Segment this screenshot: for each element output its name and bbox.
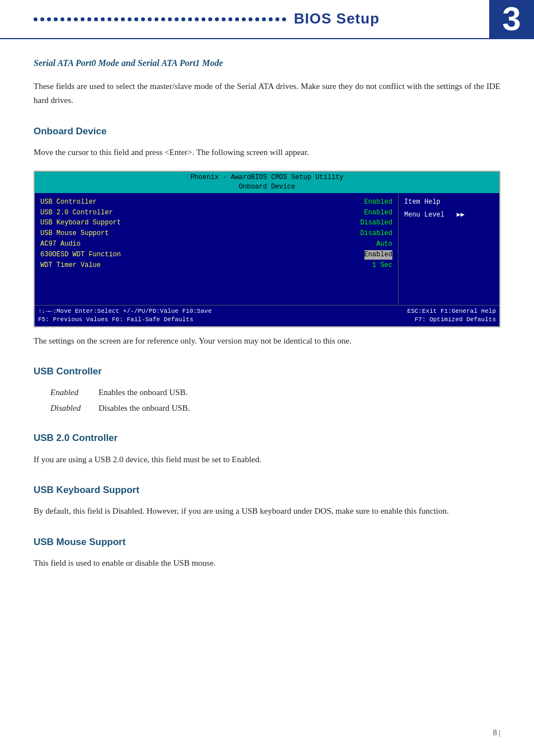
bios-row-label: WDT Timer Value xyxy=(40,261,101,270)
bios-row-label: USB 2.0 Controller xyxy=(40,208,113,218)
usb-keyboard-body: By default, this field is Disabled. Howe… xyxy=(34,504,500,519)
usb-keyboard-heading: USB Keyboard Support xyxy=(34,482,500,497)
bios-row-label: USB Keyboard Support xyxy=(40,218,121,228)
bios-row-label: AC97 Audio xyxy=(40,240,81,249)
chapter-number: 3 xyxy=(489,0,534,38)
definition-row: DisabledDisables the onboard USB. xyxy=(50,401,500,415)
page-header: BIOS Setup 3 xyxy=(0,0,534,39)
bios-row-value: Disabled xyxy=(360,218,392,228)
bios-setup-title: BIOS Setup xyxy=(294,7,380,31)
bios-left-panel: USB ControllerEnabledUSB 2.0 ControllerE… xyxy=(35,193,399,305)
def-term: Disabled xyxy=(50,401,90,415)
usb-mouse-heading: USB Mouse Support xyxy=(34,534,500,550)
bios-title-bar: Phoenix - AwardBIOS CMOS Setup Utility O… xyxy=(35,172,499,193)
bios-row: USB Mouse SupportDisabled xyxy=(40,229,392,238)
bios-row-value: Enabled xyxy=(364,208,392,218)
serial-ata-body: These fields are used to select the mast… xyxy=(34,79,500,108)
bios-row: AC97 AudioAuto xyxy=(40,240,392,249)
bios-footer-line1-right: ESC:Exit F1:General Help xyxy=(407,307,496,316)
bios-item-help-label: Item Help xyxy=(404,198,494,207)
bios-footer-left-block: ↑↓→←:Move Enter:Select +/-/PU/PD:Value F… xyxy=(38,307,212,325)
bios-menu-level: Menu Level ▶▶ xyxy=(404,210,494,220)
bios-note: The settings on the screen are for refer… xyxy=(34,334,500,349)
bios-footer: ↑↓→←:Move Enter:Select +/-/PU/PD:Value F… xyxy=(35,305,499,326)
bios-row-value: Enabled xyxy=(364,250,392,260)
bios-title-line1: Phoenix - AwardBIOS CMOS Setup Utility xyxy=(37,173,497,182)
def-desc: Enables the onboard USB. xyxy=(99,386,188,399)
usb-controller-heading: USB Controller xyxy=(34,364,500,379)
bios-title-line2: Onboard Device xyxy=(37,182,497,192)
def-term: Enabled xyxy=(50,386,90,399)
header-dots-title-area: BIOS Setup xyxy=(0,0,489,38)
main-content: Serial ATA Port0 Mode and Serial ATA Por… xyxy=(0,39,534,604)
header-dots-row xyxy=(34,17,286,21)
onboard-device-heading: Onboard Device xyxy=(34,124,500,139)
definition-row: EnabledEnables the onboard USB. xyxy=(50,386,500,399)
def-desc: Disables the onboard USB. xyxy=(99,401,190,415)
bios-footer-line1-left: ↑↓→←:Move Enter:Select +/-/PU/PD:Value F… xyxy=(38,307,212,316)
bios-right-panel: Item Help Menu Level ▶▶ xyxy=(399,193,499,305)
bios-row-value: 1 Sec xyxy=(372,261,392,270)
bios-row-label: USB Controller xyxy=(40,198,97,207)
bios-row-label: USB Mouse Support xyxy=(40,229,109,238)
bios-footer-right-block: ESC:Exit F1:General Help F7: Optimized D… xyxy=(407,307,496,325)
bios-content-area: USB ControllerEnabledUSB 2.0 ControllerE… xyxy=(35,193,499,305)
bios-row: WDT Timer Value1 Sec xyxy=(40,261,392,270)
usb20-body: If you are using a USB 2.0 device, this … xyxy=(34,453,500,467)
page-wrapper: BIOS Setup 3 Serial ATA Port0 Mode and S… xyxy=(0,0,534,756)
bios-row: 630OESD WDT FunctionEnabled xyxy=(40,250,392,260)
bios-footer-line2-left: F5: Previous Values F6: Fail-Safe Defaul… xyxy=(38,316,212,324)
bios-row-value: Enabled xyxy=(364,198,392,207)
bios-row-value: Auto xyxy=(376,240,392,249)
bios-row: USB Keyboard SupportDisabled xyxy=(40,218,392,228)
usb20-heading: USB 2.0 Controller xyxy=(34,430,500,445)
bios-footer-line2-right: F7: Optimized Defaults xyxy=(407,316,496,324)
bios-row: USB 2.0 ControllerEnabled xyxy=(40,208,392,218)
bios-row-value: Disabled xyxy=(360,229,392,238)
bios-row: USB ControllerEnabled xyxy=(40,198,392,207)
usb-controller-defs: EnabledEnables the onboard USB.DisabledD… xyxy=(50,386,500,415)
bios-row-label: 630OESD WDT Function xyxy=(40,250,121,260)
onboard-device-body: Move the cursor to this field and press … xyxy=(34,145,500,160)
bios-screenshot: Phoenix - AwardBIOS CMOS Setup Utility O… xyxy=(34,171,500,327)
serial-ata-subtitle: Serial ATA Port0 Mode and Serial ATA Por… xyxy=(34,56,500,71)
usb-mouse-body: This field is used to enable or disable … xyxy=(34,556,500,571)
page-number: 8 | xyxy=(493,727,500,739)
